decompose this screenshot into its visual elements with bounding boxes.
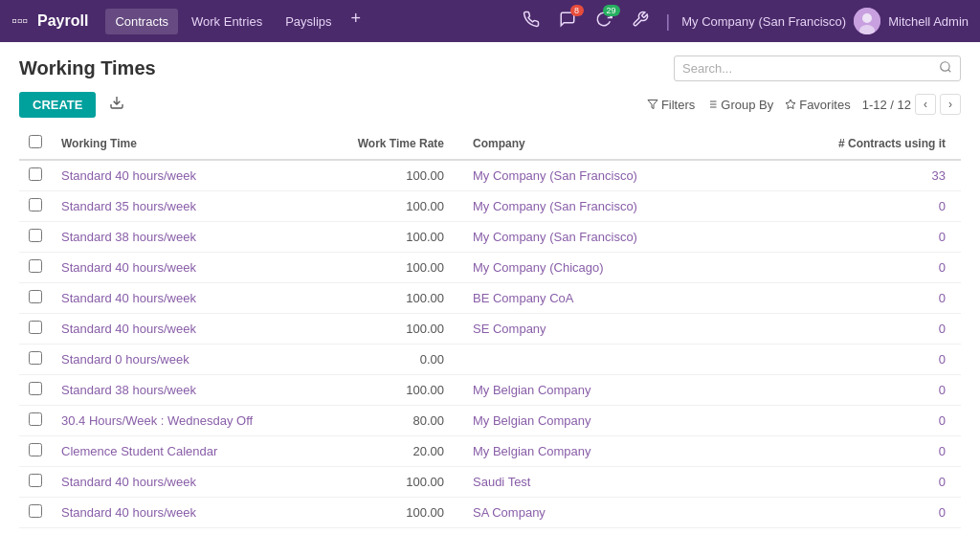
contracts-cell: 0 <box>817 345 961 375</box>
company-link[interactable]: My Belgian Company <box>473 383 591 397</box>
contracts-value[interactable]: 33 <box>932 168 946 183</box>
contracts-cell: 0 <box>817 314 961 345</box>
working-time-link[interactable]: Clemence Student Calendar <box>61 444 217 458</box>
rate-cell: 100.00 <box>339 314 463 345</box>
working-time-cell: Standard 40 hours/week <box>52 498 339 528</box>
nav-contracts[interactable]: Contracts <box>105 9 178 34</box>
company-link[interactable]: My Company (San Francisco) <box>473 199 637 213</box>
username: Mitchell Admin <box>888 14 969 29</box>
table-row[interactable]: Standard 40 hours/week100.00My Company (… <box>19 253 961 283</box>
company-link[interactable]: Saudi Test <box>473 475 530 489</box>
chat-icon-btn[interactable]: 8 <box>553 7 582 35</box>
create-button[interactable]: CREATE <box>19 92 96 118</box>
company-link[interactable]: My Belgian Company <box>473 444 591 458</box>
working-times-table: Working Time Work Time Rate Company # Co… <box>19 127 961 528</box>
working-time-link[interactable]: 30.4 Hours/Week : Wednesday Off <box>61 413 253 428</box>
table-row[interactable]: Standard 38 hours/week100.00My Belgian C… <box>19 375 961 406</box>
nav-add-icon[interactable]: + <box>345 9 368 34</box>
company-link[interactable]: SE Company <box>473 322 546 336</box>
row-checkbox-cell <box>19 436 52 467</box>
download-button[interactable] <box>103 91 130 118</box>
row-checkbox-cell <box>19 222 52 253</box>
col-header-contracts[interactable]: # Contracts using it <box>817 127 961 160</box>
grid-icon[interactable]: ▫▫▫ <box>11 12 28 30</box>
table-row[interactable]: Clemence Student Calendar20.00My Belgian… <box>19 436 961 467</box>
row-checkbox[interactable] <box>29 351 42 365</box>
row-checkbox[interactable] <box>29 504 42 518</box>
contracts-cell: 0 <box>817 191 961 222</box>
working-time-link[interactable]: Standard 0 hours/week <box>61 352 189 367</box>
pagination: 1-12 / 12 ‹ › <box>862 94 961 115</box>
row-checkbox[interactable] <box>29 382 42 395</box>
prev-page-button[interactable]: ‹ <box>915 94 936 115</box>
row-checkbox[interactable] <box>29 443 42 456</box>
topnav: ▫▫▫ Payroll Contracts Work Entries Paysl… <box>0 0 980 42</box>
company-name[interactable]: My Company (San Francisco) <box>681 14 846 29</box>
company-link[interactable]: My Company (Chicago) <box>473 260 604 275</box>
contracts-cell: 33 <box>817 160 961 191</box>
favorites-button[interactable]: Favorites <box>785 98 850 112</box>
company-link[interactable]: BE Company CoA <box>473 291 574 305</box>
row-checkbox-cell <box>19 160 52 191</box>
company-link[interactable]: SA Company <box>473 505 546 520</box>
filters-button[interactable]: Filters <box>647 98 695 112</box>
phone-icon-btn[interactable] <box>517 7 546 35</box>
wrench-icon-btn[interactable] <box>626 7 655 35</box>
working-time-link[interactable]: Standard 40 hours/week <box>61 322 196 336</box>
avatar[interactable] <box>854 8 880 34</box>
select-all-header[interactable] <box>19 127 52 160</box>
contracts-value: 0 <box>939 322 946 336</box>
table-row[interactable]: 30.4 Hours/Week : Wednesday Off80.00My B… <box>19 406 961 436</box>
select-all-checkbox[interactable] <box>29 135 42 148</box>
working-time-link[interactable]: Standard 40 hours/week <box>61 291 196 305</box>
company-cell: SA Company <box>463 498 817 528</box>
row-checkbox[interactable] <box>29 412 42 426</box>
company-link[interactable]: My Company (San Francisco) <box>473 168 637 183</box>
next-page-button[interactable]: › <box>940 94 961 115</box>
row-checkbox[interactable] <box>29 229 42 242</box>
working-time-cell: Standard 35 hours/week <box>52 191 339 222</box>
working-time-link[interactable]: Standard 40 hours/week <box>61 260 196 275</box>
table-row[interactable]: Standard 40 hours/week100.00BE Company C… <box>19 283 961 314</box>
working-time-link[interactable]: Standard 40 hours/week <box>61 168 196 183</box>
table-row[interactable]: Standard 35 hours/week100.00My Company (… <box>19 191 961 222</box>
groupby-button[interactable]: Group By <box>706 98 773 112</box>
activity-icon-btn[interactable]: 29 <box>590 7 618 35</box>
contracts-cell: 0 <box>817 375 961 406</box>
working-time-link[interactable]: Standard 38 hours/week <box>61 383 196 397</box>
row-checkbox[interactable] <box>29 198 42 211</box>
table-row[interactable]: Standard 40 hours/week100.00SA Company0 <box>19 498 961 528</box>
table-row[interactable]: Standard 40 hours/week100.00Saudi Test0 <box>19 467 961 498</box>
working-time-cell: Standard 38 hours/week <box>52 222 339 253</box>
col-header-working-time[interactable]: Working Time <box>52 127 339 160</box>
row-checkbox-cell <box>19 406 52 436</box>
company-link[interactable]: My Company (San Francisco) <box>473 230 637 244</box>
working-time-link[interactable]: Standard 35 hours/week <box>61 199 196 213</box>
working-time-link[interactable]: Standard 40 hours/week <box>61 475 196 489</box>
company-link[interactable]: My Belgian Company <box>473 413 591 428</box>
col-header-rate[interactable]: Work Time Rate <box>339 127 463 160</box>
table-row[interactable]: Standard 38 hours/week100.00My Company (… <box>19 222 961 253</box>
working-time-link[interactable]: Standard 40 hours/week <box>61 505 196 520</box>
working-time-link[interactable]: Standard 38 hours/week <box>61 230 196 244</box>
activity-badge: 29 <box>603 5 620 16</box>
row-checkbox[interactable] <box>29 474 42 487</box>
svg-line-4 <box>948 70 951 73</box>
search-input[interactable] <box>682 61 939 76</box>
row-checkbox[interactable] <box>29 321 42 334</box>
table-header-row: Working Time Work Time Rate Company # Co… <box>19 127 961 160</box>
table-row[interactable]: Standard 0 hours/week0.000 <box>19 345 961 375</box>
nav-work-entries[interactable]: Work Entries <box>182 9 272 34</box>
contracts-value: 0 <box>939 475 946 489</box>
page-header: Working Times <box>0 42 980 81</box>
table-row[interactable]: Standard 40 hours/week100.00SE Company0 <box>19 314 961 345</box>
col-header-company[interactable]: Company <box>463 127 817 160</box>
row-checkbox[interactable] <box>29 259 42 273</box>
row-checkbox[interactable] <box>29 290 42 303</box>
table-row[interactable]: Standard 40 hours/week100.00My Company (… <box>19 160 961 191</box>
nav-payslips[interactable]: Payslips <box>276 9 341 34</box>
working-time-cell: Standard 40 hours/week <box>52 314 339 345</box>
contracts-value: 0 <box>939 352 946 367</box>
row-checkbox[interactable] <box>29 167 42 181</box>
rate-cell: 0.00 <box>339 345 463 375</box>
